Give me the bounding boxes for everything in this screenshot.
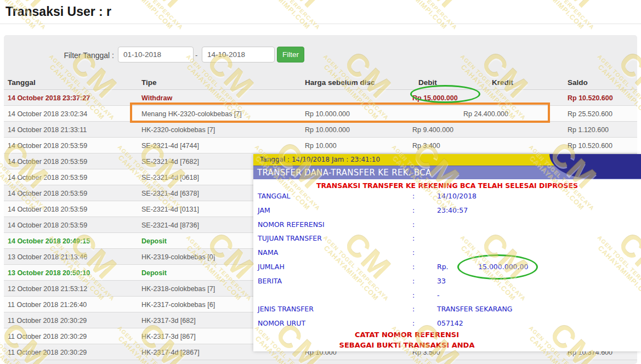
cell-tipe: Withdraw (141, 94, 172, 102)
receipt-field-colon: : (412, 234, 415, 242)
cell-tanggal: 14 October 2018 20:53:59 (8, 174, 87, 181)
cell-harga: Rp 10.000 (305, 142, 337, 150)
receipt-footer-line2: SEBAGAI BUKTI TRANSAKSI ANDA (253, 340, 560, 351)
receipt-field-label: NAMA (258, 248, 278, 257)
receipt-field-label: JENIS TRANSFER (258, 305, 314, 313)
cell-tipe: HK-2317-3d [682] (141, 317, 196, 325)
cell-tanggal: 14 October 2018 20:53:59 (8, 190, 87, 197)
column-header-saldo: Saldo (568, 78, 588, 87)
receipt-currency-prefix: Rp. (437, 263, 449, 271)
cell-tanggal: 14 October 2018 23:02:34 (8, 110, 87, 118)
cell-tanggal: 14 October 2018 20:53:59 (8, 206, 87, 213)
receipt-field-value: - (437, 291, 440, 299)
watermark-monogram: CM (121, 0, 203, 26)
receipt-field-colon: : (412, 277, 415, 285)
receipt-field-colon: : (412, 291, 415, 299)
receipt-field-label: JUMLAH (258, 263, 285, 271)
column-header-harga-sebelum-disc: Harga sebelum disc (305, 78, 375, 87)
receipt-footer-line1: CATAT NOMOR REFERENSI (253, 330, 560, 340)
watermark-site: CAHAYAMIMPI.COM (248, 0, 317, 36)
transfer-receipt-popup: Tanggal : 14/10/2018 Jam : 23:41:10 TRAN… (253, 154, 641, 351)
watermark-stamp: CMAGEN TOGEL TERPERCAYACAHAYAMIMPI.COM (248, 0, 341, 36)
cell-tipe: SE-2321-4d [6378] (141, 190, 199, 197)
cell-tanggal: 14 October 2018 20:49:15 (8, 237, 90, 245)
receipt-field-colon: : (412, 248, 415, 257)
watermark-monogram: CM (532, 0, 614, 26)
date-to-input[interactable] (202, 47, 275, 62)
watermark-tagline: AGEN TOGEL TERPERCAYA (254, 0, 322, 31)
receipt-field-label: TUJUAN TRANSFER (258, 234, 322, 242)
watermark-site: CAHAYAMIMPI.COM (523, 0, 591, 36)
receipt-field-colon: : (412, 263, 415, 271)
watermark-stamp: CMAGEN TOGEL TERPERCAYACAHAYAMIMPI.COM (523, 0, 615, 36)
receipt-field-row: :- (253, 291, 641, 302)
cell-debit: Rp 9.400.000 (412, 126, 453, 134)
receipt-field-row: JENIS TRANSFER:TRANSFER SEKARANG (253, 305, 641, 316)
column-header-tanggal: Tanggal (8, 78, 36, 87)
watermark-tagline: AGEN TOGEL TERPERCAYA (117, 0, 185, 31)
circle-annotation-debit (410, 85, 480, 103)
receipt-field-colon: : (412, 220, 415, 229)
cell-tanggal: 14 October 2018 20:53:59 (8, 221, 87, 229)
receipt-field-row: NAMA: (253, 248, 641, 259)
watermark-stamp: CMAGEN TOGEL TERPERCAYACAHAYAMIMPI.COM (385, 0, 478, 36)
receipt-field-value: 33 (437, 277, 446, 285)
receipt-field-label: BERITA (258, 277, 282, 285)
receipt-field-label: TANGGAL (258, 192, 290, 200)
receipt-field-value: 23:40:57 (437, 206, 468, 214)
transactions-table: 14 October 2018 23:37:27WithdrawRp 15.00… (4, 89, 637, 90)
cell-tipe: HK-2317-colokbebas [6] (141, 301, 215, 309)
receipt-title-text: TRANSFER DANA-TRANSFER KE REK. BCA (257, 168, 432, 178)
cell-tanggal: 14 October 2018 23:37:27 (8, 94, 90, 102)
cell-saldo: Rp 1.120.600 (568, 126, 609, 134)
watermark-monogram: CM (258, 0, 340, 26)
circle-annotation-amount (457, 254, 538, 280)
column-header-kredit: Kredit (492, 78, 513, 87)
receipt-field-row: NOMOR URUT:057142 (253, 319, 641, 330)
receipt-field-row: NOMOR REFERENSI: (253, 220, 641, 231)
date-from-input[interactable] (118, 47, 194, 62)
watermark-stamp: CMAGEN TOGEL TERPERCAYACAHAYAMIMPI.COM (111, 0, 203, 36)
watermark-site: CAHAYAMIMPI.COM (111, 0, 180, 36)
page-title: Transaksi User : r (5, 4, 111, 19)
receipt-field-value: 14/10/2018 (437, 192, 477, 200)
cell-tanggal: 11 October 2018 20:30:29 (8, 349, 87, 356)
cell-tipe: HK-2317-3d [867] (141, 333, 196, 340)
receipt-field-label: NOMOR URUT (258, 319, 305, 327)
cell-tipe: HK-2320-colokbebas [7] (141, 126, 215, 134)
cell-harga: Rp 10.000.000 (305, 126, 350, 134)
receipt-field-row: JUMLAH:Rp.15.000.000,00 (253, 263, 641, 274)
table-row: 14 October 2018 20:53:59SE-2321-4d [4744… (4, 138, 637, 153)
cell-tanggal: 13 October 2018 20:50:10 (8, 269, 90, 277)
cell-tanggal: 14 October 2018 20:53:59 (8, 158, 87, 166)
cell-tanggal: 11 October 2018 20:30:29 (8, 317, 87, 325)
cell-tipe: SE-2321-4d [7682] (141, 158, 199, 166)
receipt-field-colon: : (412, 206, 415, 214)
receipt-field-colon: : (412, 192, 415, 200)
receipt-field-label: JAM (258, 206, 270, 214)
filter-button[interactable]: Filter (277, 47, 304, 62)
receipt-status-message: TRANSAKSI TRANSFER KE REKENING BCA TELAH… (253, 181, 641, 190)
receipt-field-row: JAM:23:40:57 (253, 206, 641, 217)
cell-saldo: Rp 25.520.600 (568, 110, 612, 118)
watermark-site: CAHAYAMIMPI.COM (385, 0, 454, 36)
receipt-footer-note: CATAT NOMOR REFERENSI SEBAGAI BUKTI TRAN… (253, 330, 560, 350)
watermark-monogram: CM (395, 0, 477, 26)
receipt-field-value: TRANSFER SEKARANG (437, 305, 513, 313)
cell-debit: Rp 3.400 (412, 142, 440, 150)
receipt-field-row: BERITA:33 (253, 277, 641, 288)
filter-date-label: Filter Tanggal : (0, 51, 114, 60)
cell-tanggal: 12 October 2018 21:53:12 (8, 285, 87, 293)
cell-tipe: SE-2321-4d [0618] (141, 174, 199, 181)
cell-tanggal: 14 October 2018 21:33:11 (8, 126, 87, 134)
cell-tanggal: 13 October 2018 21:13:46 (8, 253, 87, 261)
receipt-date-text: Tanggal : 14/10/2018 Jam : 23:41:10 (260, 156, 380, 163)
cell-tipe: HK-2317-4d [2867] (141, 349, 200, 356)
receipt-field-colon: : (412, 305, 415, 313)
cell-tanggal: 11 October 2018 20:30:29 (8, 333, 87, 340)
cell-tipe: Deposit (141, 237, 167, 245)
cell-tipe: Deposit (141, 269, 167, 277)
receipt-field-label: NOMOR REFERENSI (258, 220, 325, 229)
cell-tipe: SE-2321-4d [0131] (141, 206, 199, 213)
column-header-tipe: Tipe (141, 78, 157, 87)
